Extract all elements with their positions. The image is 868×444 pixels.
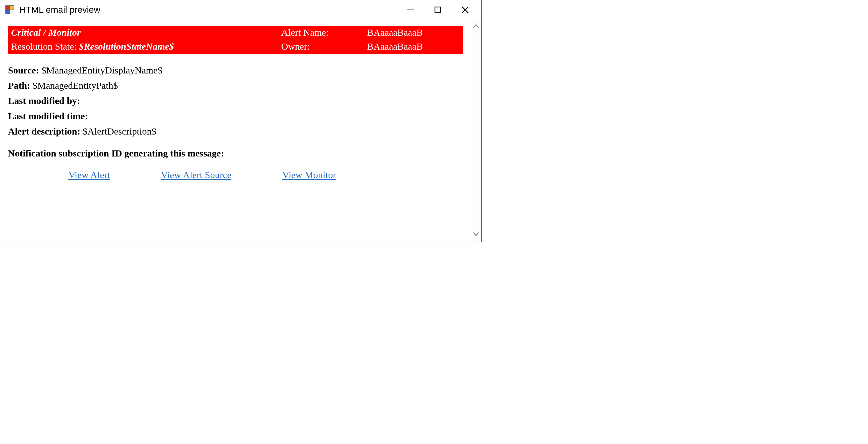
email-content: Critical / Monitor Alert Name: BAaaaaBaa… [0,20,471,242]
client-area: Critical / Monitor Alert Name: BAaaaaBaa… [0,20,482,242]
alert-description-row: Alert description: $AlertDescription$ [8,124,463,139]
source-value: $ManagedEntityDisplayName$ [41,65,162,75]
path-label: Path: [8,80,30,91]
subscription-label: Notification subscription ID generating … [8,148,224,158]
view-alert-source-link[interactable]: View Alert Source [161,169,231,180]
alert-name-label: Alert Name: [278,26,364,40]
last-modified-by-row: Last modified by: [8,93,463,108]
maximize-button[interactable] [431,3,445,17]
close-button[interactable] [458,3,472,17]
owner-label: Owner: [278,40,364,54]
alert-description-value: $AlertDescription$ [83,126,157,136]
alert-name-value: BAaaaaBaaaB [364,26,463,40]
last-modified-time-row: Last modified time: [8,108,463,124]
titlebar: HTML email preview [0,0,482,20]
view-monitor-link[interactable]: View Monitor [282,169,336,180]
path-row: Path: $ManagedEntityPath$ [8,78,463,93]
subscription-row: Notification subscription ID generating … [8,148,463,159]
resolution-cell: Resolution State: $ResolutionStateName$ [8,40,278,54]
app-icon [5,5,14,14]
severity-cell: Critical / Monitor [8,26,278,40]
window-title: HTML email preview [20,5,403,15]
last-modified-time-label: Last modified time: [8,111,88,121]
scroll-up-icon[interactable] [472,23,479,31]
scroll-down-icon[interactable] [472,230,479,239]
alert-banner: Critical / Monitor Alert Name: BAaaaaBaa… [8,26,463,54]
source-label: Source: [8,65,39,75]
path-value: $ManagedEntityPath$ [33,80,118,91]
alert-description-label: Alert description: [8,126,80,136]
window-controls [403,3,479,17]
alert-details: Source: $ManagedEntityDisplayName$ Path:… [8,63,463,139]
source-row: Source: $ManagedEntityDisplayName$ [8,63,463,78]
window-frame: HTML email preview Critical / Monitor Al… [0,0,482,242]
owner-value: BAaaaaBaaaB [364,40,463,54]
svg-rect-1 [435,7,441,13]
minimize-button[interactable] [403,3,418,17]
view-alert-link[interactable]: View Alert [68,169,110,180]
vertical-scrollbar[interactable] [471,20,482,242]
action-links: View Alert View Alert Source View Monito… [8,169,463,180]
last-modified-by-label: Last modified by: [8,95,80,106]
resolution-value: $ResolutionStateName$ [79,41,174,52]
resolution-label: Resolution State: [11,41,77,52]
